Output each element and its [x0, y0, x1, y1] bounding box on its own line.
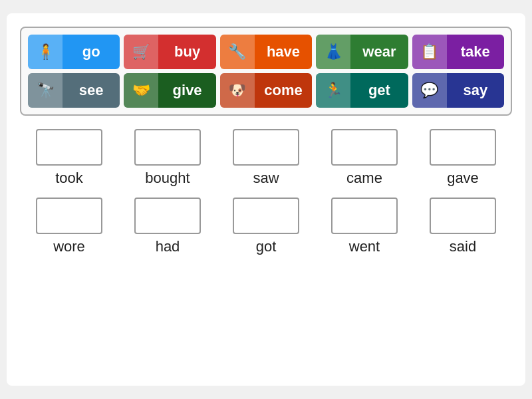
- verb-card-wear[interactable]: 👗 wear: [316, 35, 408, 69]
- go-icon: 🧍: [28, 35, 63, 69]
- matching-section: took bought saw came gave wore had got w…: [20, 129, 512, 255]
- past-word-said: said: [450, 238, 476, 255]
- past-word-bought: bought: [145, 170, 190, 187]
- drop-box-went[interactable]: [331, 198, 398, 234]
- matching-row-2: wore had got went said: [20, 198, 512, 255]
- verb-card-take[interactable]: 📋 take: [412, 35, 504, 69]
- buy-label: buy: [158, 43, 215, 61]
- past-word-got: got: [256, 238, 277, 255]
- verb-card-see[interactable]: 🔭 see: [28, 73, 120, 108]
- verb-grid-wrapper: 🧍 go 🛒 buy 🔧 have 👗 wear 📋 take 🔭 see 🤝 …: [20, 27, 512, 116]
- see-icon: 🔭: [28, 73, 63, 108]
- match-item-took: took: [29, 129, 109, 187]
- drop-box-gave[interactable]: [430, 129, 496, 166]
- get-icon: 🏃: [316, 73, 350, 108]
- get-label: get: [350, 82, 408, 99]
- matching-row-1: took bought saw came gave: [20, 129, 512, 187]
- past-word-had: had: [156, 238, 180, 255]
- drop-box-took[interactable]: [36, 129, 102, 166]
- wear-label: wear: [350, 43, 408, 61]
- drop-box-wore[interactable]: [36, 198, 102, 234]
- past-word-went: went: [349, 238, 380, 255]
- go-label: go: [63, 43, 120, 61]
- match-item-saw: saw: [226, 129, 306, 187]
- have-label: have: [255, 43, 312, 61]
- match-item-went: went: [325, 198, 404, 255]
- match-item-came: came: [325, 129, 404, 187]
- drop-box-said[interactable]: [430, 198, 496, 234]
- match-item-had: had: [128, 198, 207, 255]
- match-item-got: got: [226, 198, 306, 255]
- drop-box-bought[interactable]: [134, 129, 201, 166]
- verb-grid: 🧍 go 🛒 buy 🔧 have 👗 wear 📋 take 🔭 see 🤝 …: [28, 35, 504, 108]
- give-icon: 🤝: [124, 73, 158, 108]
- have-icon: 🔧: [220, 35, 255, 69]
- buy-icon: 🛒: [124, 35, 158, 69]
- match-item-wore: wore: [29, 198, 109, 255]
- main-container: 🧍 go 🛒 buy 🔧 have 👗 wear 📋 take 🔭 see 🤝 …: [7, 13, 525, 386]
- wear-icon: 👗: [316, 35, 350, 69]
- past-word-wore: wore: [53, 238, 85, 255]
- see-label: see: [63, 82, 120, 99]
- verb-card-go[interactable]: 🧍 go: [28, 35, 120, 69]
- drop-box-saw[interactable]: [233, 129, 299, 166]
- drop-box-came[interactable]: [331, 129, 398, 166]
- match-item-bought: bought: [128, 129, 207, 187]
- match-item-gave: gave: [423, 129, 503, 187]
- come-label: come: [255, 82, 312, 99]
- verb-card-come[interactable]: 🐶 come: [220, 73, 312, 108]
- give-label: give: [158, 82, 215, 99]
- past-word-took: took: [55, 170, 83, 187]
- say-label: say: [447, 82, 504, 99]
- drop-box-had[interactable]: [134, 198, 201, 234]
- past-word-saw: saw: [253, 170, 279, 187]
- match-item-said: said: [423, 198, 503, 255]
- take-label: take: [447, 43, 504, 61]
- past-word-gave: gave: [447, 170, 479, 187]
- verb-card-get[interactable]: 🏃 get: [316, 73, 408, 108]
- verb-card-say[interactable]: 💬 say: [412, 73, 504, 108]
- verb-card-buy[interactable]: 🛒 buy: [124, 35, 215, 69]
- verb-card-have[interactable]: 🔧 have: [220, 35, 312, 69]
- say-icon: 💬: [412, 73, 447, 108]
- drop-box-got[interactable]: [233, 198, 299, 234]
- past-word-came: came: [346, 170, 382, 187]
- take-icon: 📋: [412, 35, 447, 69]
- verb-card-give[interactable]: 🤝 give: [124, 73, 215, 108]
- come-icon: 🐶: [220, 73, 255, 108]
